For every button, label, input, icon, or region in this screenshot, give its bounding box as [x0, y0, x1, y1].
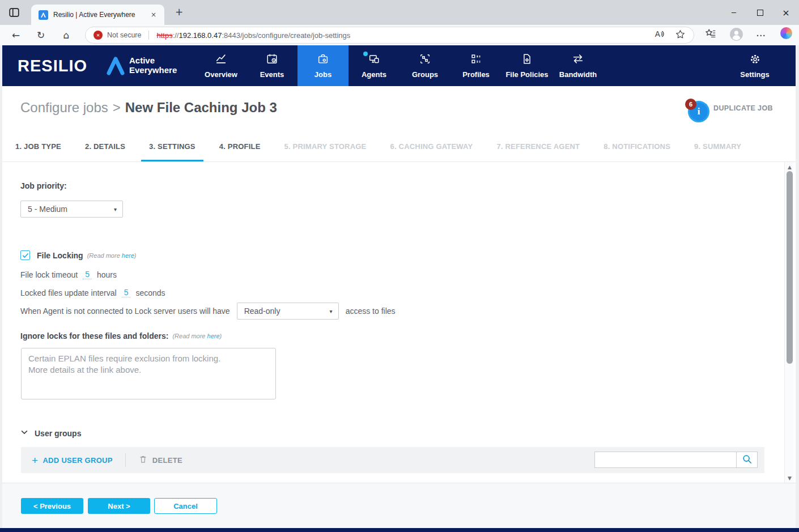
- profiles-icon: [470, 53, 482, 67]
- url-text: https://192.168.0.47:8443/jobs/configure…: [156, 31, 350, 40]
- file-policies-icon: [521, 53, 533, 67]
- chevron-down-icon: ▾: [114, 206, 117, 212]
- app-navbar: RESILIO ActiveEverywhere Overview Events…: [2, 45, 796, 86]
- copilot-icon[interactable]: [780, 27, 792, 39]
- favorites-bar-icon[interactable]: [704, 27, 717, 40]
- page-header: Configure jobs>New File Caching Job 3 DU…: [2, 86, 796, 131]
- collapse-chevron-icon[interactable]: [20, 428, 28, 438]
- not-secure-label[interactable]: Not secure: [107, 31, 141, 39]
- overview-icon: [215, 53, 227, 67]
- user-groups-search-input[interactable]: [594, 452, 736, 468]
- settings-gear-icon: [749, 53, 761, 67]
- content-scrollbar[interactable]: ▲ ▼: [784, 162, 794, 483]
- update-interval-row: Locked files update interval 5 seconds: [20, 288, 165, 297]
- window-close-button[interactable]: ×: [773, 0, 799, 25]
- delete-button[interactable]: DELETE: [138, 454, 182, 466]
- jobs-icon: [317, 53, 329, 67]
- file-locking-label: File Locking: [37, 251, 83, 260]
- workspaces-icon[interactable]: [7, 6, 21, 19]
- user-groups-header[interactable]: User groups: [20, 428, 81, 438]
- settings-panel: Job priority: 5 - Medium ▾ File Locking …: [2, 161, 796, 483]
- search-button[interactable]: [736, 452, 758, 468]
- lock-timeout-value[interactable]: 5: [83, 270, 92, 279]
- read-more-link[interactable]: here: [207, 333, 220, 339]
- agents-icon: [368, 53, 380, 67]
- svg-text:A: A: [655, 30, 661, 39]
- nav-item-events[interactable]: Events: [246, 45, 298, 86]
- breadcrumb-parent[interactable]: Configure jobs: [20, 100, 108, 115]
- wizard-tabstrip: 1. JOB TYPE 2. DETAILS 3. SETTINGS 4. PR…: [2, 131, 796, 161]
- job-priority-label: Job priority:: [20, 181, 67, 190]
- scrollbar-thumb[interactable]: [787, 171, 793, 364]
- scroll-up-icon[interactable]: ▲: [785, 164, 794, 170]
- trash-icon: [138, 454, 148, 466]
- nav-item-bandwidth[interactable]: Bandwidth: [552, 45, 604, 86]
- tab-notifications: 8. NOTIFICATIONS: [604, 142, 670, 151]
- file-locking-read-more: (Read more here): [87, 252, 137, 259]
- browser-toolbar: ← ↻ ⌂ ✕ Not secure https://192.168.0.47:…: [0, 25, 799, 45]
- help-button[interactable]: ?: [778, 104, 792, 118]
- new-tab-button[interactable]: +: [172, 6, 186, 19]
- events-icon: [266, 53, 278, 67]
- product-name: ActiveEverywhere: [129, 56, 177, 75]
- nav-item-settings[interactable]: Settings: [730, 45, 780, 86]
- tab-primary-storage: 5. PRIMARY STORAGE: [284, 142, 367, 151]
- browser-menu-icon[interactable]: ···: [756, 31, 766, 40]
- tab-job-type[interactable]: 1. JOB TYPE: [15, 142, 61, 151]
- breadcrumb: Configure jobs>New File Caching Job 3: [20, 100, 277, 116]
- nav-item-jobs[interactable]: Jobs: [298, 45, 348, 86]
- browser-titlebar: Resilio | Active Everywhere × + ─ ×: [0, 0, 799, 25]
- wizard-footer: < Previous Next > Cancel: [2, 483, 796, 528]
- page-title: New File Caching Job 3: [125, 100, 277, 115]
- back-icon[interactable]: ←: [7, 31, 24, 40]
- chevron-down-icon: ▾: [330, 308, 333, 314]
- tab-caching-gateway: 6. CACHING GATEWAY: [390, 142, 473, 151]
- duplicate-job-button[interactable]: DUPLICATE JOB: [699, 103, 773, 114]
- page-bottom-strip: [0, 528, 799, 532]
- add-user-group-button[interactable]: + ADD USER GROUP: [32, 455, 113, 466]
- tab-settings[interactable]: 3. SETTINGS: [149, 142, 196, 151]
- cancel-button[interactable]: Cancel: [154, 498, 217, 514]
- not-secure-icon: ✕: [94, 31, 103, 40]
- read-more-link[interactable]: here: [122, 252, 134, 259]
- tab-title: Resilio | Active Everywhere: [53, 11, 148, 19]
- user-groups-title: User groups: [35, 429, 81, 438]
- job-priority-select[interactable]: 5 - Medium ▾: [20, 201, 123, 218]
- user-groups-toolbar: + ADD USER GROUP DELETE: [21, 447, 764, 473]
- agents-notification-dot: [363, 52, 368, 56]
- access-mode-select[interactable]: Read-only ▾: [237, 303, 339, 320]
- tab-close-icon[interactable]: ×: [148, 10, 159, 20]
- resilio-logo: RESILIO: [18, 57, 87, 75]
- next-button[interactable]: Next >: [88, 498, 150, 514]
- tab-details[interactable]: 2. DETAILS: [85, 142, 125, 151]
- tab-profile[interactable]: 4. PROFILE: [219, 142, 261, 151]
- ignore-locks-textarea[interactable]: [21, 348, 276, 399]
- browser-avatar[interactable]: [729, 27, 743, 41]
- nav-item-groups[interactable]: Groups: [400, 45, 450, 86]
- update-interval-value[interactable]: 5: [122, 288, 131, 297]
- nav-item-profiles[interactable]: Profiles: [450, 45, 502, 86]
- active-everywhere-logo-icon: [104, 54, 127, 79]
- favorite-star-icon[interactable]: [675, 29, 686, 42]
- previous-button[interactable]: < Previous: [21, 498, 83, 514]
- nav-item-overview[interactable]: Overview: [196, 45, 246, 86]
- home-icon[interactable]: ⌂: [58, 31, 75, 40]
- tab-reference-agent: 7. REFERENCE AGENT: [496, 142, 580, 151]
- scroll-down-icon[interactable]: ▼: [785, 475, 794, 481]
- file-locking-checkbox[interactable]: [20, 250, 30, 260]
- refresh-icon[interactable]: ↻: [32, 31, 49, 40]
- breadcrumb-separator: >: [113, 100, 121, 115]
- ignore-locks-label: Ignore locks for these files and folders…: [20, 331, 168, 341]
- page-gutter-right: [796, 45, 799, 528]
- address-bar[interactable]: ✕ Not secure https://192.168.0.47:8443/j…: [85, 27, 694, 44]
- toolbar-divider: [125, 453, 126, 467]
- nav-item-agents[interactable]: Agents: [348, 45, 400, 86]
- file-locking-row: File Locking (Read more here): [20, 250, 137, 260]
- window-minimize-button[interactable]: ─: [721, 0, 747, 25]
- window-maximize-button[interactable]: [747, 0, 773, 25]
- browser-tab[interactable]: Resilio | Active Everywhere ×: [31, 5, 164, 25]
- nav-item-file-policies[interactable]: File Policies: [502, 45, 552, 86]
- read-aloud-icon[interactable]: A: [653, 28, 666, 42]
- tab-summary: 9. SUMMARY: [694, 142, 741, 151]
- info-notifications-button[interactable]: i 6: [688, 101, 709, 122]
